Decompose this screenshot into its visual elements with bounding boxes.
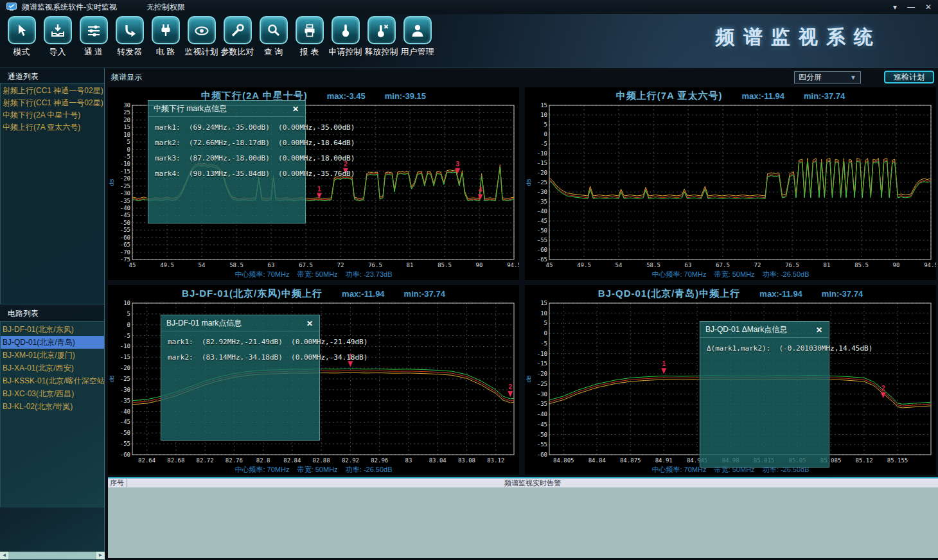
scroll-left-icon[interactable]: ◄	[0, 552, 8, 559]
svg-text:-15: -15	[537, 160, 547, 166]
mark-info-popup[interactable]: BJ-DF-01 mark点信息✕mark1: (82.92MHz,-21.49…	[161, 315, 320, 441]
hand-release-icon	[367, 16, 396, 44]
svg-text:-15: -15	[120, 354, 130, 360]
scroll-right-icon[interactable]: ►	[96, 552, 105, 559]
brand-title: 频谱监视系统	[716, 24, 881, 51]
plug-icon	[152, 16, 180, 44]
toolbar: 模式导入通 道转发器电 路监视计划参数比对查 询报 表申请控制释放控制用户管理 …	[0, 14, 938, 68]
mark-info-popup[interactable]: 中频下行 mark点信息✕mark1: (69.24MHz,-35.00dB) …	[148, 100, 306, 223]
popup-titlebar[interactable]: BJ-QD-01 ΔMark点信息✕	[700, 322, 829, 338]
svg-text:67.5: 67.5	[716, 262, 730, 268]
svg-text:-60: -60	[120, 234, 130, 241]
svg-text:94.5: 94.5	[507, 262, 519, 268]
channel-list-item[interactable]: 中频上行(7A 亚太六号)	[1, 121, 104, 134]
svg-text:82.68: 82.68	[167, 457, 184, 464]
popup-close-icon[interactable]: ✕	[305, 319, 314, 328]
toolbar-request-control-button[interactable]: 申请控制	[328, 16, 363, 58]
svg-text:-60: -60	[537, 247, 547, 253]
svg-text:-30: -30	[537, 391, 547, 398]
channel-list-header: 通道列表	[0, 71, 104, 82]
toolbar-button-label: 转发器	[117, 46, 142, 58]
minimize-icon[interactable]: —	[907, 3, 915, 12]
hand-pointer-icon	[332, 16, 360, 44]
chart-panel-1: 中频下行(2A 中星十号)max:-3.45min:-39.15-75-70-6…	[108, 87, 519, 280]
svg-text:-50: -50	[537, 432, 547, 438]
toolbar-release-control-button[interactable]: 释放控制	[364, 16, 399, 58]
svg-text:45: 45	[546, 262, 553, 268]
circuit-list-item[interactable]: BJ-XM-01(北京/厦门)	[1, 349, 104, 362]
popup-titlebar[interactable]: BJ-DF-01 mark点信息✕	[161, 315, 319, 331]
toolbar-user-manage-button[interactable]: 用户管理	[400, 16, 435, 58]
mark-info-row: mark4: (90.13MHz,-35.84dB) (0.00MHz,-35.…	[155, 170, 299, 178]
svg-text:10: 10	[540, 112, 547, 118]
menu-icon[interactable]: ▾	[893, 3, 897, 12]
toolbar-query-button[interactable]: 查 询	[256, 16, 291, 58]
svg-text:-50: -50	[120, 430, 130, 436]
tab-spectrum-display[interactable]: 频谱显示	[111, 72, 142, 83]
svg-text:63: 63	[268, 262, 275, 268]
svg-text:-60: -60	[120, 451, 130, 458]
mark-info-row: mark2: (83.14MHz,-34.18dB) (0.00MHz,-34.…	[168, 353, 313, 362]
circuit-list-item[interactable]: BJ-QD-01(北京/青岛)	[1, 336, 104, 349]
channel-list-item[interactable]: 射频上行(CC1 神通一号02星)	[1, 85, 104, 97]
mark-info-popup[interactable]: BJ-QD-01 ΔMark点信息✕Δ(mark1,mark2): (-0.20…	[700, 321, 829, 468]
toolbar-button-label: 申请控制	[329, 46, 362, 58]
popup-close-icon[interactable]: ✕	[815, 326, 824, 335]
svg-text:84.84: 84.84	[588, 457, 606, 464]
toolbar-mode-button[interactable]: 模式	[4, 16, 39, 58]
svg-text:82.92: 82.92	[342, 457, 359, 464]
permission-label: 无控制权限	[146, 2, 185, 13]
svg-text:5: 5	[127, 311, 130, 317]
toolbar-circuit-button[interactable]: 电 路	[148, 16, 183, 58]
svg-text:82.84: 82.84	[283, 457, 301, 464]
svg-text:72: 72	[754, 262, 761, 268]
spectrum-plot[interactable]: -65-60-55-50-45-40-35-30-25-20-15-10-505…	[525, 101, 936, 270]
svg-text:-20: -20	[537, 371, 547, 377]
popup-titlebar[interactable]: 中频下行 mark点信息✕	[148, 101, 305, 117]
app-icon	[6, 3, 17, 12]
mark-info-row: mark3: (87.20MHz,-18.00dB) (0.00MHz,-18.…	[155, 154, 299, 162]
toolbar-button-label: 报 表	[300, 46, 319, 58]
svg-text:-5: -5	[540, 141, 547, 147]
alarm-table-body[interactable]	[108, 487, 938, 558]
svg-text:54: 54	[615, 262, 623, 268]
svg-text:-65: -65	[120, 241, 130, 248]
svg-text:84.805: 84.805	[553, 457, 574, 464]
svg-text:85.12: 85.12	[856, 457, 873, 464]
toolbar-report-button[interactable]: 报 表	[292, 16, 327, 58]
toolbar-button-label: 通 道	[84, 46, 103, 58]
channel-list-item[interactable]: 射频下行(CC1 神通一号02星)	[1, 97, 104, 109]
patrol-plan-button[interactable]: 巡检计划	[884, 71, 934, 83]
popup-close-icon[interactable]: ✕	[291, 105, 300, 114]
svg-text:85.5: 85.5	[438, 262, 452, 268]
popup-title: 中频下行 mark点信息	[154, 103, 227, 114]
close-icon[interactable]: ✕	[925, 3, 932, 12]
svg-text:-40: -40	[537, 411, 547, 417]
toolbar-import-button[interactable]: 导入	[40, 16, 75, 58]
sidebar-horizontal-scrollbar[interactable]: ◄ ►	[0, 552, 105, 559]
svg-text:-55: -55	[537, 441, 547, 448]
screen-layout-select[interactable]: 四分屏 ▼	[794, 71, 861, 83]
chart-title: BJ-DF-01(北京/东风)中频上行	[182, 288, 323, 300]
svg-text:76.5: 76.5	[368, 262, 382, 268]
toolbar-param-compare-button[interactable]: 参数比对	[220, 16, 255, 58]
svg-text:82.96: 82.96	[371, 457, 388, 464]
toolbar-monitor-plan-button[interactable]: 监视计划	[184, 16, 219, 58]
search-icon	[260, 16, 288, 44]
circuit-list-item[interactable]: BJ-XA-01(北京/西安)	[1, 362, 104, 374]
toolbar-transponder-button[interactable]: 转发器	[112, 16, 147, 58]
svg-text:5: 5	[127, 139, 130, 145]
svg-text:-40: -40	[120, 408, 130, 415]
channel-list-item[interactable]: 中频下行(2A 中星十号)	[1, 109, 104, 121]
svg-text:81: 81	[407, 262, 414, 268]
circuit-list-item[interactable]: BJ-KSSK-01(北京/喀什深空站)	[1, 374, 104, 387]
svg-text:83.04: 83.04	[429, 457, 447, 464]
toolbar-channel-button[interactable]: 通 道	[76, 16, 111, 58]
circuit-list-item[interactable]: BJ-KL-02(北京/岢岚)	[1, 400, 104, 413]
svg-text:1: 1	[317, 186, 321, 193]
svg-text:-25: -25	[537, 179, 547, 186]
svg-text:-55: -55	[537, 237, 547, 243]
chart-max-label: max:-11.94	[759, 289, 802, 299]
circuit-list-item[interactable]: BJ-DF-01(北京/东风)	[1, 323, 104, 336]
circuit-list-item[interactable]: BJ-XC-03(北京/西昌)	[1, 387, 104, 400]
